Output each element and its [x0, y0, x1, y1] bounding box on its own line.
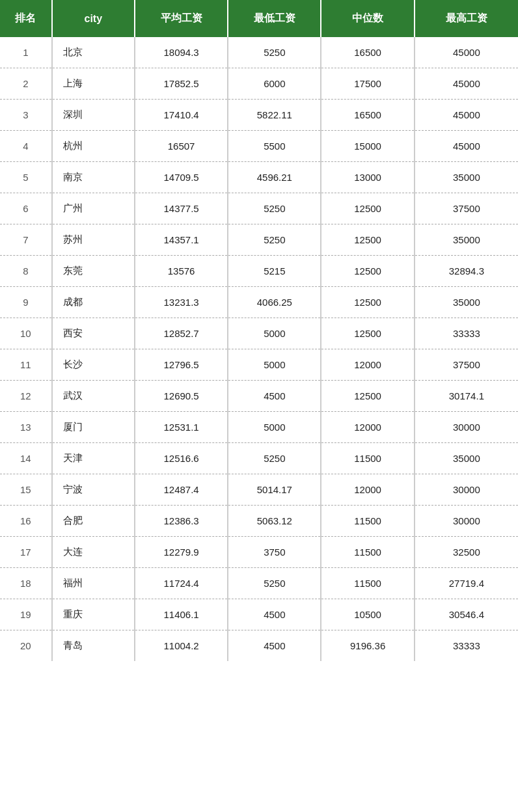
- cell-med: 16500: [321, 37, 414, 68]
- cell-avg: 11406.1: [135, 599, 228, 630]
- cell-avg: 12796.5: [135, 349, 228, 381]
- table-row: 2上海17852.560001750045000: [0, 68, 518, 100]
- cell-rank: 16: [0, 506, 52, 537]
- table-row: 18福州11724.452501150027719.4: [0, 568, 518, 599]
- cell-max: 45000: [415, 68, 518, 100]
- table-row: 8东莞1357652151250032894.3: [0, 256, 518, 287]
- cell-max: 30000: [415, 412, 518, 443]
- cell-rank: 1: [0, 37, 52, 68]
- cell-min: 5250: [228, 193, 321, 224]
- cell-avg: 12690.5: [135, 381, 228, 412]
- cell-avg: 12852.7: [135, 318, 228, 349]
- cell-rank: 10: [0, 318, 52, 349]
- cell-avg: 18094.3: [135, 37, 228, 68]
- cell-city: 合肥: [52, 506, 135, 537]
- cell-avg: 12386.3: [135, 506, 228, 537]
- cell-avg: 12279.9: [135, 537, 228, 568]
- cell-city: 苏州: [52, 224, 135, 256]
- cell-avg: 11004.2: [135, 630, 228, 662]
- cell-min: 5500: [228, 131, 321, 162]
- table-row: 7苏州14357.152501250035000: [0, 224, 518, 256]
- cell-city: 长沙: [52, 349, 135, 381]
- cell-avg: 14709.5: [135, 162, 228, 193]
- table-container: 排名 city 平均工资 最低工资 中位数 最高工资 1北京18094.3525…: [0, 0, 518, 812]
- cell-med: 10500: [321, 599, 414, 630]
- cell-med: 12500: [321, 256, 414, 287]
- cell-max: 37500: [415, 193, 518, 224]
- cell-avg: 17852.5: [135, 68, 228, 100]
- table-body: 1北京18094.3525016500450002上海17852.5600017…: [0, 37, 518, 661]
- table-row: 16合肥12386.35063.121150030000: [0, 506, 518, 537]
- cell-min: 4596.21: [228, 162, 321, 193]
- cell-min: 5000: [228, 412, 321, 443]
- cell-rank: 12: [0, 381, 52, 412]
- cell-city: 东莞: [52, 256, 135, 287]
- table-row: 14天津12516.652501150035000: [0, 443, 518, 474]
- cell-rank: 8: [0, 256, 52, 287]
- cell-max: 30174.1: [415, 381, 518, 412]
- header-city: city: [52, 0, 135, 37]
- table-row: 11长沙12796.550001200037500: [0, 349, 518, 381]
- cell-max: 35000: [415, 224, 518, 256]
- cell-max: 45000: [415, 100, 518, 131]
- cell-city: 武汉: [52, 381, 135, 412]
- cell-rank: 7: [0, 224, 52, 256]
- cell-rank: 5: [0, 162, 52, 193]
- cell-rank: 20: [0, 630, 52, 662]
- cell-med: 11500: [321, 443, 414, 474]
- cell-med: 11500: [321, 506, 414, 537]
- table-row: 13厦门12531.150001200030000: [0, 412, 518, 443]
- table-header-row: 排名 city 平均工资 最低工资 中位数 最高工资: [0, 0, 518, 37]
- cell-rank: 11: [0, 349, 52, 381]
- cell-max: 45000: [415, 37, 518, 68]
- cell-med: 17500: [321, 68, 414, 100]
- table-row: 5南京14709.54596.211300035000: [0, 162, 518, 193]
- table-row: 17大连12279.937501150032500: [0, 537, 518, 568]
- cell-avg: 14377.5: [135, 193, 228, 224]
- header-avg: 平均工资: [135, 0, 228, 37]
- cell-max: 33333: [415, 318, 518, 349]
- table-row: 10西安12852.750001250033333: [0, 318, 518, 349]
- cell-min: 4066.25: [228, 287, 321, 318]
- cell-min: 5063.12: [228, 506, 321, 537]
- cell-min: 4500: [228, 381, 321, 412]
- cell-city: 成都: [52, 287, 135, 318]
- cell-city: 北京: [52, 37, 135, 68]
- cell-rank: 15: [0, 474, 52, 506]
- cell-max: 30000: [415, 506, 518, 537]
- cell-max: 45000: [415, 131, 518, 162]
- cell-min: 5250: [228, 443, 321, 474]
- cell-rank: 3: [0, 100, 52, 131]
- cell-max: 32500: [415, 537, 518, 568]
- cell-avg: 17410.4: [135, 100, 228, 131]
- cell-city: 南京: [52, 162, 135, 193]
- header-rank: 排名: [0, 0, 52, 37]
- cell-min: 5000: [228, 318, 321, 349]
- cell-min: 5250: [228, 224, 321, 256]
- cell-med: 12500: [321, 287, 414, 318]
- cell-city: 杭州: [52, 131, 135, 162]
- cell-city: 厦门: [52, 412, 135, 443]
- cell-med: 12500: [321, 381, 414, 412]
- cell-rank: 9: [0, 287, 52, 318]
- cell-max: 32894.3: [415, 256, 518, 287]
- header-max: 最高工资: [415, 0, 518, 37]
- cell-med: 13000: [321, 162, 414, 193]
- cell-min: 5014.17: [228, 474, 321, 506]
- cell-city: 青岛: [52, 630, 135, 662]
- cell-rank: 18: [0, 568, 52, 599]
- cell-min: 6000: [228, 68, 321, 100]
- cell-avg: 12516.6: [135, 443, 228, 474]
- cell-med: 12000: [321, 412, 414, 443]
- cell-rank: 13: [0, 412, 52, 443]
- cell-city: 福州: [52, 568, 135, 599]
- cell-max: 35000: [415, 162, 518, 193]
- cell-max: 35000: [415, 443, 518, 474]
- cell-max: 30546.4: [415, 599, 518, 630]
- cell-max: 30000: [415, 474, 518, 506]
- cell-city: 西安: [52, 318, 135, 349]
- table-row: 20青岛11004.245009196.3633333: [0, 630, 518, 662]
- cell-avg: 12531.1: [135, 412, 228, 443]
- cell-min: 3750: [228, 537, 321, 568]
- cell-med: 12000: [321, 474, 414, 506]
